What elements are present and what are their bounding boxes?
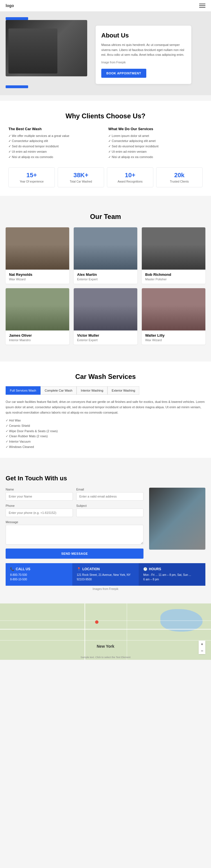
- info-box-hours: 🕐 HOURS Mon - Fri ... 11 am – 8 pm, Sat,…: [139, 563, 205, 586]
- form-row-1: Name Email: [6, 488, 143, 501]
- map-road-h2: [0, 620, 211, 621]
- team-name: Walter Lilly: [145, 333, 202, 338]
- contact-section: Get In Touch With us Name Email Phone: [0, 463, 211, 603]
- call-title: 📞 CALL US: [10, 567, 68, 571]
- services-title: Car Wash Services: [6, 373, 205, 381]
- team-info-0: Nat Reynolds Wax Wizard: [6, 270, 69, 284]
- team-role: Master Polisher: [145, 278, 202, 281]
- info-box-call: 📞 CALL US 8-800-70-500 8-800-10-500: [6, 563, 72, 586]
- map-background: New York + − Sample text. Click to selec…: [0, 603, 211, 660]
- contact-form: Name Email Phone Subject Me: [6, 488, 143, 559]
- why-grid: The Best Car Wash We offer multiple serv…: [8, 127, 203, 159]
- list-item: Ut enim ad minim veniam: [108, 149, 203, 154]
- stat-awards: 10+ Award Recognitions: [107, 167, 153, 187]
- team-photo-4: [74, 288, 137, 331]
- hero-image: [6, 20, 87, 76]
- stat-number: 20k: [159, 172, 200, 179]
- book-appointment-button[interactable]: BOOK APPOINTMENT: [101, 69, 146, 78]
- location-line1: 121 Rock Street, 21 Avenue, New York, NY: [77, 573, 135, 577]
- email-group: Email: [76, 488, 143, 501]
- subject-input[interactable]: [76, 508, 143, 517]
- why-col1-title: The Best Car Wash: [8, 127, 103, 131]
- clock-icon: 🕐: [143, 567, 147, 571]
- location-line2: 92103-9500: [77, 577, 135, 582]
- tab-exterior-washing[interactable]: Exterior Washing: [107, 386, 139, 395]
- team-role: Exterior Expert: [77, 338, 134, 342]
- map-pin: [95, 620, 99, 624]
- why-section: Why Clients Choose Us? The Best Car Wash…: [0, 101, 211, 196]
- list-item: Lorem ipsum dolor sit amet: [108, 133, 203, 138]
- map-zoom-controls[interactable]: + −: [199, 641, 205, 654]
- why-col1-list: We offer multiple services at a great va…: [8, 133, 103, 159]
- team-photo-3: [6, 288, 69, 331]
- form-row-2: Phone Subject: [6, 504, 143, 517]
- send-message-button[interactable]: SEND MESSAGE: [6, 549, 143, 559]
- phone-label: Phone: [6, 504, 73, 507]
- team-card-4: Victor Muller Exterior Expert: [74, 288, 137, 345]
- why-col-2: What We Do Our Services Lorem ipsum dolo…: [108, 127, 203, 159]
- contact-layout: Name Email Phone Subject Me: [6, 488, 205, 559]
- email-input[interactable]: [76, 492, 143, 501]
- team-name: Victor Muller: [77, 333, 134, 338]
- why-col-1: The Best Car Wash We offer multiple serv…: [8, 127, 103, 159]
- team-role: Wax Wizard: [145, 338, 202, 342]
- phone-group: Phone: [6, 504, 73, 517]
- message-label: Message: [6, 520, 143, 524]
- freepik-note: Images from Freepik: [6, 586, 205, 592]
- image-credit: Image from Freepik: [101, 60, 186, 65]
- list-item: Nisi ut aliquip ex ea commodo: [8, 154, 103, 160]
- info-boxes: 📞 CALL US 8-800-70-500 8-800-10-500 📍 LO…: [6, 563, 205, 586]
- team-info-1: Alex Martin Exterior Expert: [74, 270, 137, 284]
- tab-full-services[interactable]: Full Services Wash: [6, 386, 40, 395]
- team-card-5: Walter Lilly Wax Wizard: [142, 288, 205, 345]
- map-section[interactable]: New York + − Sample text. Click to selec…: [0, 603, 211, 660]
- team-name: Nat Reynolds: [9, 273, 66, 277]
- message-textarea[interactable]: [6, 525, 143, 545]
- header: logo: [0, 0, 211, 11]
- logo: logo: [6, 3, 14, 8]
- hours-line2: 6 am – 8 pm: [143, 577, 201, 582]
- call-line1: 8-800-70-500: [10, 573, 68, 577]
- why-col2-title: What We Do Our Services: [108, 127, 203, 131]
- stat-label: Award Recognitions: [109, 180, 151, 183]
- map-road-v2: [127, 603, 127, 660]
- map-zoom-in[interactable]: +: [199, 641, 205, 647]
- list-item: Consectetur adipiscing elit amet: [108, 138, 203, 144]
- team-grid: Nat Reynolds Wax Wizard Alex Martin Exte…: [6, 227, 205, 345]
- tab-interior-washing[interactable]: Interior Washing: [76, 386, 107, 395]
- team-card-2: Bob Richmond Master Polisher: [142, 227, 205, 284]
- team-role: Exterior Expert: [77, 278, 134, 281]
- list-item: Hot Wax: [6, 418, 205, 423]
- name-label: Name: [6, 488, 73, 491]
- about-description: Massa ultrices mi quis hendrerit. Ac ut …: [101, 42, 186, 58]
- hamburger-menu[interactable]: [199, 4, 205, 8]
- location-icon: 📍: [77, 567, 81, 571]
- map-zoom-out[interactable]: −: [199, 647, 205, 654]
- tab-complete-car-wash[interactable]: Complete Car Wash: [40, 386, 77, 395]
- map-new-york-label: New York: [97, 644, 114, 649]
- about-title: About Us: [101, 32, 186, 39]
- stat-clients: 20k Trusted Clients: [156, 167, 203, 187]
- service-content: Our car wash facilities feature flat-bel…: [6, 399, 205, 450]
- list-item: Ceramic Shield: [6, 423, 205, 429]
- hero-section: About Us Massa ultrices mi quis hendreri…: [0, 11, 211, 95]
- contact-image: [149, 488, 205, 550]
- team-info-5: Walter Lilly Wax Wizard: [142, 331, 205, 345]
- team-card-0: Nat Reynolds Wax Wizard: [6, 227, 69, 284]
- list-item: Clean Rubber Mats (2 rows): [6, 434, 205, 439]
- list-item: Sed do eiusmod tempor incididunt: [8, 144, 103, 149]
- list-item: Sed do eiusmod tempor incididunt: [108, 144, 203, 149]
- name-input[interactable]: [6, 492, 73, 501]
- team-card-1: Alex Martin Exterior Expert: [74, 227, 137, 284]
- stat-label: Year Of experience: [11, 180, 52, 183]
- list-item: Ut enim ad minim veniam: [8, 149, 103, 154]
- team-photo-5: [142, 288, 205, 331]
- services-section: Car Wash Services Full Services Wash Com…: [0, 362, 211, 458]
- about-card: About Us Massa ultrices mi quis hendreri…: [96, 26, 191, 84]
- team-photo-2: [142, 227, 205, 270]
- team-info-2: Bob Richmond Master Polisher: [142, 270, 205, 284]
- phone-input[interactable]: [6, 508, 73, 517]
- list-item: Consectetur adipiscing elit: [8, 138, 103, 144]
- team-role: Wax Wizard: [9, 278, 66, 281]
- team-info-3: James Oliver Interior Maestro: [6, 331, 69, 345]
